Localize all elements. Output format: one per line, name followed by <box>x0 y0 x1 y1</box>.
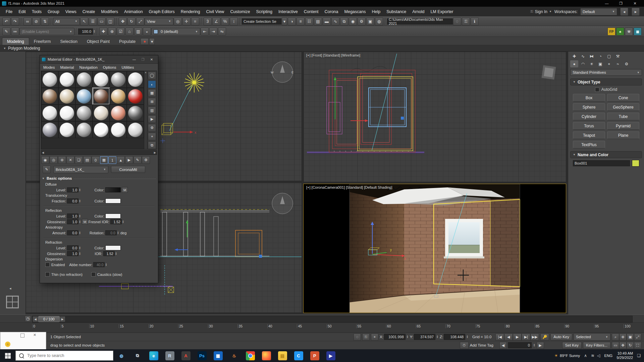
material-name-dropdown[interactable]: Bricks082A_1K_ ▼ <box>53 166 108 173</box>
previous-frame-arrow[interactable]: ◀ <box>33 316 38 322</box>
chevron-down-icon[interactable]: ▾ <box>282 17 287 25</box>
curve-editor-icon[interactable]: ∿ <box>331 17 339 25</box>
menu-item[interactable]: Views <box>62 8 79 15</box>
firefox-icon[interactable] <box>262 351 271 360</box>
material-sample-slot[interactable] <box>93 71 110 88</box>
layer-props-icon[interactable]: ▥ <box>134 27 142 36</box>
primitive-button[interactable]: Tube <box>607 113 639 120</box>
me-minimize-icon[interactable]: — <box>130 56 139 62</box>
sample-type-icon[interactable]: ◯ <box>148 72 156 79</box>
search-input[interactable] <box>26 353 110 358</box>
material-sample-slot[interactable] <box>93 105 110 121</box>
ior-input[interactable]: 1.52 <box>103 251 115 256</box>
previous-frame-button[interactable]: ◀ <box>504 334 513 341</box>
show-end-result-icon[interactable]: 1 <box>108 156 116 164</box>
tab-freeform[interactable]: Freeform <box>29 38 56 45</box>
render-setup-icon[interactable]: ⚙ <box>358 17 366 25</box>
align-icon[interactable]: ≡ <box>297 17 305 25</box>
axis-value-input[interactable]: 374.597 <box>414 334 435 340</box>
primitive-button[interactable]: Cylinder <box>573 113 605 120</box>
material-id-icon[interactable]: 0 <box>92 156 100 164</box>
named-selection-set-input[interactable] <box>242 18 281 24</box>
selected-vertex[interactable] <box>401 117 404 120</box>
info-icon[interactable]: ℹ <box>471 17 479 25</box>
object-name-input[interactable] <box>573 160 630 166</box>
menu-item[interactable]: Graph Editors <box>146 8 178 15</box>
spinner-icon[interactable]: ▲▼ <box>105 263 107 266</box>
scroll-right-icon[interactable]: ▶ <box>154 151 156 154</box>
menu-item[interactable]: Megascans <box>341 8 369 15</box>
make-unique-icon[interactable]: ❏ <box>75 156 83 164</box>
diffuse-level-input[interactable]: 1.0 <box>67 187 78 192</box>
menu-item[interactable]: Group <box>45 8 62 15</box>
material-sample-slot[interactable] <box>41 121 58 138</box>
tab-populate[interactable]: Populate <box>114 38 140 45</box>
isolate-toggle-icon[interactable]: ◌ <box>354 334 361 341</box>
set-keys-icon[interactable]: 🔑 <box>540 334 549 341</box>
frame-forward-button[interactable]: ▶ <box>537 342 544 349</box>
fresnel-input[interactable]: 1.52 <box>110 219 122 224</box>
pick-from-object-icon[interactable]: ✎ <box>43 166 51 173</box>
active-layer-dropdown[interactable]: 0 (default) ▼ <box>151 28 200 35</box>
edge-icon[interactable]: e <box>149 351 158 360</box>
rotation-input[interactable]: 0.0 <box>105 230 117 235</box>
task-view-icon[interactable]: ⧉ <box>133 351 142 360</box>
material-sample-slot[interactable] <box>110 105 127 121</box>
forestpack-fp-icon[interactable]: FP <box>607 27 615 36</box>
assign-material-icon[interactable]: ⊛ <box>58 156 66 164</box>
front-viewport-label[interactable]: [+] [Front] [Standard] [Wireframe] <box>306 53 360 57</box>
autogrid-checkbox[interactable] <box>595 87 599 92</box>
basic-options-header[interactable]: ▼ Basic options <box>41 176 157 182</box>
menu-item[interactable]: Civil View <box>203 8 227 15</box>
material-sample-slot[interactable] <box>110 88 127 105</box>
add-time-tag[interactable]: Add Time Tag <box>470 343 493 347</box>
material-sample-slot[interactable] <box>75 121 93 138</box>
primitive-button[interactable]: Plane <box>607 131 639 139</box>
chrome-icon[interactable] <box>246 351 255 360</box>
layer-list-icon[interactable]: ≔ <box>11 27 19 36</box>
axis-value-input[interactable]: 1001.998 <box>384 334 406 340</box>
media-app-icon[interactable]: ▶ <box>326 351 335 360</box>
workspace-next-icon[interactable]: ▸ <box>632 8 640 16</box>
align-normals-icon[interactable]: ⇥ <box>209 27 217 36</box>
me-close-icon[interactable]: ✕ <box>147 56 156 62</box>
select-move-icon[interactable]: ✥ <box>119 17 127 25</box>
material-sample-slot[interactable] <box>75 71 93 88</box>
diffuse-color-swatch[interactable] <box>105 187 121 192</box>
mini-restore-icon[interactable] <box>20 334 24 338</box>
material-map-navigator-icon[interactable]: ⧉ <box>148 141 156 149</box>
material-editor-window[interactable]: Material Editor - Bricks082A_1K_ — ❐ ✕ M… <box>40 55 158 283</box>
sun-light-icon[interactable] <box>184 72 204 93</box>
railclone-tools-icon[interactable]: ⚒ <box>625 27 633 36</box>
enable-layers-dropdown[interactable]: (Enable Layers) ▼ <box>19 28 74 35</box>
video-color-check-icon[interactable]: ▥ <box>148 107 156 114</box>
menu-item[interactable]: Tools <box>29 8 45 15</box>
me-menu-item[interactable]: Options <box>103 65 116 69</box>
get-material-icon[interactable]: ◉ <box>41 156 49 164</box>
redo-icon[interactable]: ↷ <box>11 17 19 25</box>
zoom-extents-all-icon[interactable]: ⤢ <box>634 334 641 341</box>
menu-item[interactable]: Rendering <box>178 8 203 15</box>
spinner-icon[interactable]: ▲▼ <box>79 220 81 224</box>
next-frame-arrow[interactable]: ▶ <box>60 316 65 322</box>
cameras-icon[interactable]: ▣ <box>596 60 604 67</box>
menu-item[interactable]: Edit <box>15 8 29 15</box>
layer-hide-icon[interactable]: ◒ <box>143 27 151 36</box>
java-icon[interactable]: ♨ <box>230 351 239 360</box>
me-maximize-icon[interactable]: ❐ <box>139 56 147 62</box>
mini-preview-window[interactable]: ☺ ✕ <box>0 332 46 350</box>
menu-item[interactable]: Interactive <box>275 8 301 15</box>
material-editor-icon[interactable]: ◉ <box>349 17 357 25</box>
polygon-modeling-panel[interactable]: Polygon Modeling <box>8 46 40 51</box>
keyboard-override-icon[interactable]: ⌗ <box>191 17 199 25</box>
selected-vertex[interactable] <box>259 255 262 258</box>
primitive-button[interactable]: Box <box>573 94 605 102</box>
unlink-icon[interactable]: ⊘ <box>32 17 40 25</box>
time-tag-icon[interactable]: ⏱ <box>460 342 469 349</box>
menu-item[interactable]: Content <box>301 8 322 15</box>
notification-center-icon[interactable]: ❏ <box>637 353 641 358</box>
photoshop-icon[interactable]: Ps <box>198 351 207 360</box>
menu-item[interactable]: Customize <box>227 8 253 15</box>
weather-widget[interactable]: ☀ 89°F Sunny <box>554 353 580 358</box>
select-manipulate-icon[interactable]: ✛ <box>182 17 191 25</box>
